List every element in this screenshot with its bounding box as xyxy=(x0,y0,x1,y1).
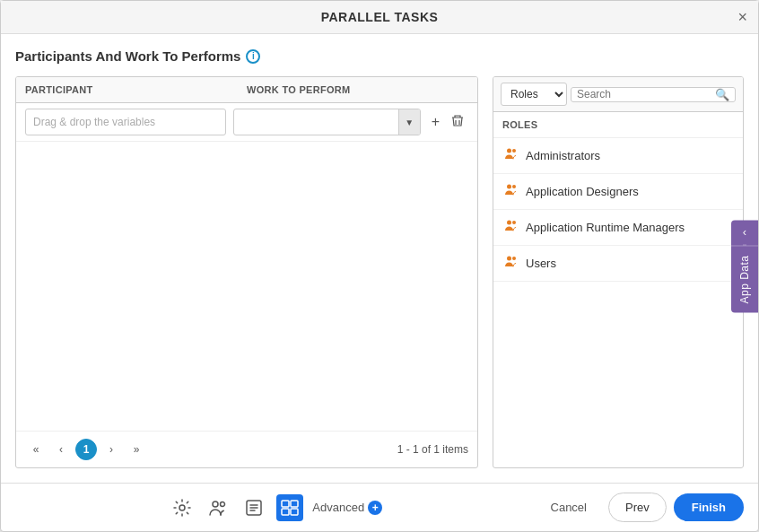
right-panel: Roles Users Groups 🔍 ROLES xyxy=(493,76,744,468)
col-participant-header: PARTICIPANT xyxy=(25,84,247,95)
svg-point-3 xyxy=(512,185,516,188)
modal-footer: Advanced + Cancel Prev Finish xyxy=(1,483,758,531)
col-work-header: WORK TO PERFORM xyxy=(247,84,468,95)
info-icon[interactable]: i xyxy=(246,49,260,64)
role-icon xyxy=(504,255,519,272)
svg-point-10 xyxy=(221,501,225,506)
app-data-chevron[interactable]: ‹ xyxy=(743,220,744,245)
role-name: Administrators xyxy=(526,149,600,162)
parallel-tasks-modal: PARALLEL TASKS × Participants And Work T… xyxy=(0,0,759,532)
search-wrapper: 🔍 xyxy=(571,87,736,102)
svg-rect-13 xyxy=(291,501,298,507)
svg-point-7 xyxy=(512,257,516,260)
current-page-button[interactable]: 1 xyxy=(75,439,97,460)
table-row: Drag & drop the variables ▼ + xyxy=(16,103,477,142)
svg-point-8 xyxy=(179,505,185,510)
table-header: PARTICIPANT WORK TO PERFORM xyxy=(16,77,477,103)
work-dropdown[interactable]: ▼ xyxy=(233,109,420,135)
right-panel-header: Roles Users Groups 🔍 xyxy=(493,77,743,112)
svg-point-9 xyxy=(213,501,218,507)
modal-body: Participants And Work To Performs i PART… xyxy=(1,34,758,483)
work-input[interactable] xyxy=(234,111,397,133)
app-data-tab[interactable]: ‹ App Data xyxy=(731,220,744,312)
finish-button[interactable]: Finish xyxy=(674,493,744,521)
first-page-button[interactable]: « xyxy=(25,439,47,460)
app-data-label[interactable]: App Data xyxy=(734,246,744,312)
footer-icons: Advanced + xyxy=(15,494,537,521)
section-title: Participants And Work To Performs i xyxy=(15,48,744,64)
work-dropdown-arrow[interactable]: ▼ xyxy=(398,109,420,135)
row-actions: + xyxy=(428,112,468,133)
content-area: PARTICIPANT WORK TO PERFORM Drag & drop … xyxy=(15,76,744,468)
footer-actions: Cancel Prev Finish xyxy=(537,493,744,522)
next-page-button[interactable]: › xyxy=(100,439,122,460)
page-info: 1 - 1 of 1 items xyxy=(397,443,468,456)
advanced-plus-icon: + xyxy=(368,501,382,515)
svg-rect-12 xyxy=(282,501,289,507)
role-item[interactable]: Application Designers xyxy=(493,174,743,210)
svg-rect-14 xyxy=(282,509,289,515)
svg-rect-15 xyxy=(291,509,298,515)
svg-point-5 xyxy=(512,221,516,224)
role-name: Application Runtime Managers xyxy=(526,221,685,234)
advanced-button[interactable]: Advanced + xyxy=(312,501,382,515)
drag-drop-input[interactable]: Drag & drop the variables xyxy=(25,109,226,135)
svg-point-4 xyxy=(507,221,511,225)
prev-page-button[interactable]: ‹ xyxy=(50,439,72,460)
svg-point-2 xyxy=(507,185,511,189)
left-panel: PARTICIPANT WORK TO PERFORM Drag & drop … xyxy=(15,76,478,468)
close-button[interactable]: × xyxy=(737,9,747,25)
search-input[interactable] xyxy=(577,88,715,100)
modal-header: PARALLEL TASKS × xyxy=(1,1,758,34)
svg-point-0 xyxy=(507,149,511,153)
settings-icon-button[interactable] xyxy=(169,494,196,521)
role-icon xyxy=(504,147,519,164)
role-name: Application Designers xyxy=(526,185,639,198)
modal-title: PARALLEL TASKS xyxy=(321,10,439,24)
role-icon xyxy=(504,183,519,200)
prev-button[interactable]: Prev xyxy=(608,493,667,522)
role-item[interactable]: Users xyxy=(493,246,743,282)
role-name: Users xyxy=(526,257,556,270)
svg-point-1 xyxy=(512,149,516,153)
table-body: Drag & drop the variables ▼ + xyxy=(16,103,477,431)
pagination: « ‹ 1 › » 1 - 1 of 1 items xyxy=(16,431,477,467)
search-icon-button[interactable]: 🔍 xyxy=(715,88,729,101)
type-select[interactable]: Roles Users Groups xyxy=(501,83,567,106)
users-icon-button[interactable] xyxy=(205,494,231,521)
add-row-button[interactable]: + xyxy=(428,113,443,131)
cancel-button[interactable]: Cancel xyxy=(537,493,601,521)
delete-row-button[interactable] xyxy=(447,112,468,133)
last-page-button[interactable]: » xyxy=(126,439,147,460)
role-item[interactable]: Administrators xyxy=(493,138,743,174)
tasks-icon-button[interactable] xyxy=(240,494,267,521)
svg-point-6 xyxy=(507,257,511,261)
roles-list: Administrators Application Designers App… xyxy=(493,138,743,467)
role-icon xyxy=(504,219,519,236)
role-item[interactable]: Application Runtime Managers xyxy=(493,210,743,246)
advanced-label: Advanced xyxy=(312,501,364,514)
parallel-icon-button[interactable] xyxy=(276,494,303,521)
roles-header: ROLES xyxy=(493,112,743,138)
